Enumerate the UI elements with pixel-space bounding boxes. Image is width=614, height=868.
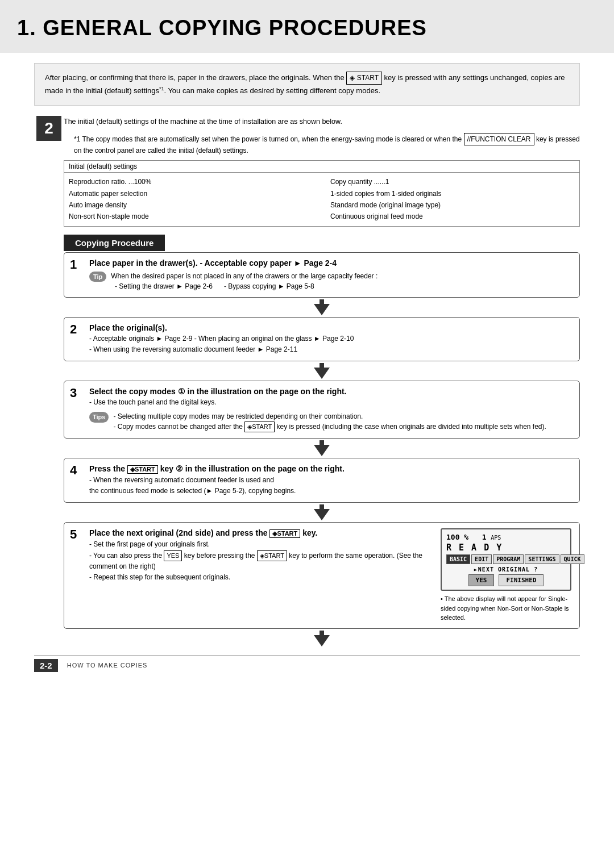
display-buttons-row: BASIC EDIT PROGRAM SETTINGS QUICK: [446, 554, 566, 564]
step-5-sub-1: - Set the first page of your originals f…: [89, 539, 432, 550]
step-5-number: 5: [70, 527, 77, 542]
settings-table: Initial (default) settings Reproduction …: [64, 160, 580, 227]
display-btn-quick[interactable]: QUICK: [561, 554, 584, 564]
display-finished-button[interactable]: FINISHED: [499, 574, 544, 586]
steps-section: 1 Place paper in the drawer(s). - Accept…: [64, 252, 580, 646]
step-5-right: 100 % 1 APS R E A D Y BASIC EDIT PROGRAM…: [441, 528, 571, 623]
tip-text-1: When the desired paper is not placed in …: [111, 271, 377, 291]
chapter-num-box: 2: [36, 116, 61, 141]
step-2-sub-1: - Acceptable originals ► Page 2-9 - When…: [89, 333, 571, 344]
step-1-title: Place paper in the drawer(s). - Acceptab…: [89, 258, 571, 268]
step-5-sub-2: - You can also press the YES key before …: [89, 550, 432, 573]
start-key-step4: ◈START: [127, 465, 158, 474]
arrow-1-2: [64, 299, 580, 315]
chapter-title: 1. GENERAL COPYING PROCEDURES: [17, 16, 597, 40]
step-1-title-bold: Place paper in the drawer(s).: [89, 258, 198, 268]
arrow-5-end: [64, 631, 580, 646]
step-1-tip: Tip When the desired paper is not placed…: [89, 271, 571, 291]
step-2-title: Place the original(s).: [89, 323, 571, 332]
svg-marker-2: [314, 440, 330, 456]
step-5-content: Place the next original (2nd side) and p…: [89, 528, 571, 623]
main-content: The initial (default) settings of the ma…: [64, 116, 580, 648]
step-3-sub-1: - Use the touch panel and the digital ke…: [89, 397, 571, 408]
step-4-sub-2: the continuous feed mode is selected (► …: [89, 486, 571, 496]
footer-label: HOW TO MAKE COPIES: [67, 662, 148, 669]
tips-text-3: - Selecting multiple copy modes may be r…: [113, 411, 546, 432]
intro-text1: After placing, or confirming that there …: [45, 73, 345, 82]
display-btn-settings[interactable]: SETTINGS: [525, 554, 559, 564]
svg-marker-3: [314, 504, 330, 520]
step-3-title: Select the copy modes ① in the illustrat…: [89, 387, 571, 396]
settings-col2-row1: Copy quantity ......1: [330, 176, 575, 187]
step-2-sub: - Acceptable originals ► Page 2-9 - When…: [89, 333, 571, 355]
step-3-number: 3: [70, 386, 77, 400]
step-1-title-suffix: - Acceptable copy paper ► Page 2-4: [198, 258, 337, 268]
svg-marker-0: [314, 299, 330, 315]
tip-label-1: Tip: [89, 272, 106, 282]
settings-table-header: Initial (default) settings: [64, 161, 579, 173]
display-action-buttons: YES FINISHED: [446, 574, 566, 586]
section-body: 2 The initial (default) settings of the …: [34, 116, 580, 648]
default-note: The initial (default) settings of the ma…: [64, 116, 580, 127]
settings-col2-row3: Standard mode (original image type): [330, 199, 575, 211]
yes-key-step5: YES: [164, 550, 182, 562]
function-clear-key: //FUNCTION CLEAR: [464, 133, 534, 145]
bottom-bar: 2-2 HOW TO MAKE COPIES: [34, 655, 580, 672]
intro-box: After placing, or confirming that there …: [34, 63, 580, 106]
step-3-sub: - Use the touch panel and the digital ke…: [89, 397, 571, 408]
step-4-content: Press the ◈START key ② in the illustrati…: [89, 464, 571, 496]
step-5-layout: Place the next original (2nd side) and p…: [89, 528, 571, 623]
display-note: • The above display will not appear for …: [441, 594, 571, 623]
step-1-number: 1: [70, 257, 77, 272]
step-5-left: Place the next original (2nd side) and p…: [89, 528, 432, 623]
step-2-number: 2: [70, 322, 77, 337]
settings-col-2: Copy quantity ......1 1-sided copies fro…: [330, 176, 575, 223]
step-1-box: 1 Place paper in the drawer(s). - Accept…: [64, 252, 580, 298]
machine-display: 100 % 1 APS R E A D Y BASIC EDIT PROGRAM…: [441, 528, 571, 591]
settings-table-body: Reproduction ratio. ...100% Automatic pa…: [64, 173, 579, 226]
footnote-part1: *1 The copy modes that are automatically…: [74, 135, 462, 143]
arrow-4-5: [64, 504, 580, 520]
step-3-title-bold: Select the copy modes: [89, 387, 176, 396]
settings-col1-row2: Automatic paper selection: [69, 188, 313, 199]
arrow-3-4: [64, 440, 580, 456]
settings-col1-row4: Non-sort Non-staple mode: [69, 211, 313, 222]
step-4-sub: - When the reversing automatic document …: [89, 475, 571, 496]
settings-col2-row2: 1-sided copies from 1-sided originals: [330, 188, 575, 199]
arrow-2-3: [64, 363, 580, 379]
settings-col2-row4: Continuous original feed mode: [330, 211, 575, 222]
display-btn-program[interactable]: PROGRAM: [493, 554, 524, 564]
step-3-content: Select the copy modes ① in the illustrat…: [89, 387, 571, 432]
step-2-title-bold: Place the original(s).: [89, 323, 167, 332]
step-5-sub: - Set the first page of your originals f…: [89, 539, 432, 583]
step-4-title-bold: Press the ◈START key: [89, 464, 173, 473]
display-ready: R E A D Y: [446, 542, 566, 553]
start-key-step3: ◈START: [244, 422, 275, 432]
step-3-tips: Tips - Selecting multiple copy modes may…: [89, 411, 571, 432]
step-3-title-suffix: ① in the illustration on the page on the…: [176, 387, 347, 396]
display-ratio: 100 % 1 APS: [446, 533, 501, 541]
settings-col-1: Reproduction ratio. ...100% Automatic pa…: [69, 176, 313, 223]
step-4-number: 4: [70, 463, 77, 478]
step-1-content: Place paper in the drawer(s). - Acceptab…: [89, 258, 571, 291]
page-wrapper: 1. GENERAL COPYING PROCEDURES After plac…: [0, 0, 614, 868]
display-btn-basic[interactable]: BASIC: [446, 554, 470, 564]
chapter-header: 1. GENERAL COPYING PROCEDURES: [0, 0, 614, 53]
display-next-original: ►NEXT ORIGINAL ?: [446, 566, 566, 573]
display-yes-button[interactable]: YES: [468, 574, 495, 586]
step-2-sub-2: - When using the reversing automatic doc…: [89, 344, 571, 355]
step-4-sub-1: - When the reversing automatic document …: [89, 475, 571, 486]
display-btn-edit[interactable]: EDIT: [471, 554, 492, 564]
step-4-title-suffix: ② in the illustration on the page on the…: [173, 464, 345, 473]
display-top-row: 100 % 1 APS: [446, 533, 566, 541]
step-4-title: Press the ◈START key ② in the illustrati…: [89, 464, 571, 474]
step-5-box: 5 Place the next original (2nd side) and…: [64, 522, 580, 629]
copying-procedure-header: Copying Procedure: [64, 235, 580, 251]
svg-marker-4: [314, 631, 330, 646]
step-5-title: Place the next original (2nd side) and p…: [89, 528, 432, 538]
step-4-box: 4 Press the ◈START key ② in the illustra…: [64, 458, 580, 503]
step-2-content: Place the original(s). - Acceptable orig…: [89, 323, 571, 355]
page-number: 2-2: [34, 659, 58, 672]
start-key-step5b: ◈START: [257, 550, 287, 562]
step-5-title-bold: Place the next original (2nd side) and p…: [89, 528, 317, 537]
